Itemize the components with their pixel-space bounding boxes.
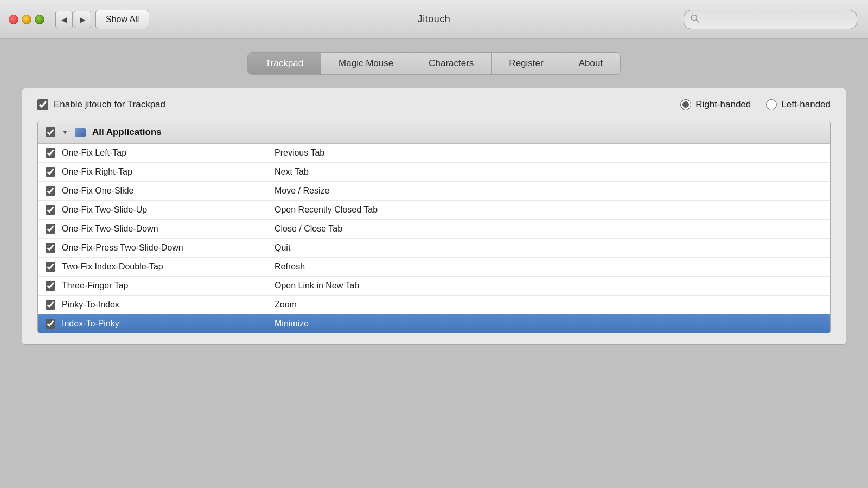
row-checkbox[interactable]: [46, 243, 55, 253]
gesture-label: One-Fix Left-Tap: [62, 148, 268, 158]
row-checkbox[interactable]: [46, 205, 55, 215]
gesture-label: One-Fix Two-Slide-Up: [62, 205, 268, 215]
back-button[interactable]: ◀: [55, 11, 73, 28]
enable-row: Enable jitouch for Trackpad Right-handed…: [37, 99, 831, 110]
group-header-title: All Applications: [92, 127, 162, 138]
gesture-label: Two-Fix Index-Double-Tap: [62, 262, 268, 272]
row-checkbox[interactable]: [46, 262, 55, 272]
forward-button[interactable]: ▶: [74, 11, 91, 28]
right-handed-label: Right-handed: [695, 99, 751, 110]
action-label: Zoom: [275, 300, 297, 310]
row-checkbox[interactable]: [46, 319, 55, 329]
search-box[interactable]: [684, 10, 857, 29]
table-row[interactable]: One-Fix-Press Two-Slide-Down Quit: [38, 239, 830, 258]
radio-group: Right-handed Left-handed: [680, 99, 831, 110]
table-row[interactable]: Two-Fix Index-Double-Tap Refresh: [38, 258, 830, 277]
gesture-label: One-Fix Two-Slide-Down: [62, 224, 268, 234]
gesture-label: Three-Finger Tap: [62, 281, 268, 291]
table-header-row: ▼ All Applications: [38, 121, 830, 144]
table-row[interactable]: One-Fix Two-Slide-Up Open Recently Close…: [38, 201, 830, 220]
tab-magic-mouse[interactable]: Magic Mouse: [321, 53, 411, 74]
collapse-arrow-icon[interactable]: ▼: [62, 129, 68, 136]
app-icon: [75, 128, 86, 137]
left-handed-label: Left-handed: [781, 99, 831, 110]
gesture-label: Index-To-Pinky: [62, 319, 268, 329]
enable-checkbox[interactable]: [37, 99, 48, 110]
gesture-label: One-Fix-Press Two-Slide-Down: [62, 243, 268, 253]
gesture-table: ▼ All Applications One-Fix Left-Tap Prev…: [37, 121, 831, 333]
maximize-button[interactable]: [35, 15, 44, 24]
table-row[interactable]: One-Fix Two-Slide-Down Close / Close Tab: [38, 220, 830, 239]
row-checkbox[interactable]: [46, 148, 55, 158]
table-row-selected[interactable]: Index-To-Pinky Minimize: [38, 314, 830, 333]
tab-about[interactable]: About: [561, 53, 620, 74]
action-label: Open Recently Closed Tab: [275, 205, 378, 215]
right-handed-radio[interactable]: [680, 99, 691, 110]
header-checkbox[interactable]: [46, 127, 55, 137]
search-input[interactable]: [704, 15, 850, 24]
table-row[interactable]: One-Fix Right-Tap Next Tab: [38, 163, 830, 182]
right-handed-option[interactable]: Right-handed: [680, 99, 751, 110]
action-label: Next Tab: [275, 167, 309, 177]
action-label: Minimize: [275, 319, 309, 329]
titlebar: ◀ ▶ Show All Jitouch: [0, 0, 868, 39]
table-row[interactable]: Pinky-To-Index Zoom: [38, 296, 830, 314]
close-button[interactable]: [9, 15, 18, 24]
left-handed-option[interactable]: Left-handed: [766, 99, 831, 110]
action-label: Move / Resize: [275, 186, 329, 196]
action-label: Previous Tab: [275, 148, 324, 158]
row-checkbox[interactable]: [46, 300, 55, 310]
nav-buttons: ◀ ▶: [55, 11, 91, 28]
trackpad-panel: Enable jitouch for Trackpad Right-handed…: [22, 88, 846, 345]
left-handed-radio[interactable]: [766, 99, 777, 110]
action-label: Close / Close Tab: [275, 224, 342, 234]
row-checkbox[interactable]: [46, 186, 55, 196]
enable-left: Enable jitouch for Trackpad: [37, 99, 165, 110]
gesture-label: Pinky-To-Index: [62, 300, 268, 310]
action-label: Quit: [275, 243, 290, 253]
action-label: Refresh: [275, 262, 305, 272]
search-icon: [691, 14, 699, 25]
titlebar-right: [684, 10, 857, 29]
tabs: Trackpad Magic Mouse Characters Register…: [247, 52, 621, 75]
show-all-button[interactable]: Show All: [95, 10, 149, 29]
tabs-container: Trackpad Magic Mouse Characters Register…: [22, 52, 846, 75]
app-title: Jitouch: [418, 14, 451, 25]
tab-register[interactable]: Register: [492, 53, 561, 74]
titlebar-left: ◀ ▶ Show All: [9, 10, 149, 29]
table-row[interactable]: One-Fix Left-Tap Previous Tab: [38, 144, 830, 163]
minimize-button[interactable]: [22, 15, 31, 24]
row-checkbox[interactable]: [46, 281, 55, 291]
action-label: Open Link in New Tab: [275, 281, 359, 291]
gesture-label: One-Fix One-Slide: [62, 186, 268, 196]
row-checkbox[interactable]: [46, 224, 55, 234]
svg-line-1: [697, 20, 699, 22]
gesture-label: One-Fix Right-Tap: [62, 167, 268, 177]
table-row[interactable]: Three-Finger Tap Open Link in New Tab: [38, 277, 830, 296]
table-row[interactable]: One-Fix One-Slide Move / Resize: [38, 182, 830, 201]
tab-trackpad[interactable]: Trackpad: [248, 53, 321, 74]
row-checkbox[interactable]: [46, 167, 55, 177]
tab-characters[interactable]: Characters: [411, 53, 492, 74]
traffic-lights: [9, 15, 44, 24]
enable-label: Enable jitouch for Trackpad: [54, 99, 165, 110]
main-content: Trackpad Magic Mouse Characters Register…: [0, 39, 868, 488]
